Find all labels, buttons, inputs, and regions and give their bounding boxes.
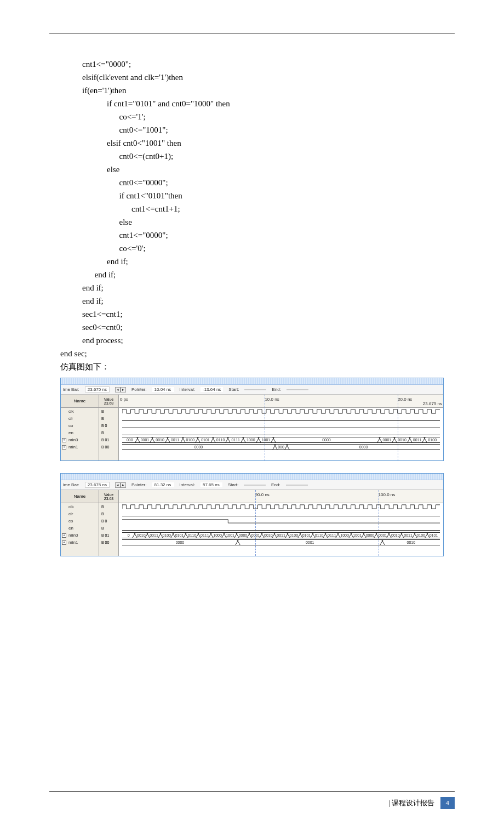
waveform-area[interactable]: 90.0 ns 100.0 ns 00010001101000101011001… bbox=[119, 490, 443, 556]
code-line: end if; bbox=[107, 257, 128, 266]
wave-row-en bbox=[119, 429, 443, 436]
time-ruler: 0 ps 10.0 ns 20.0 ns 23.675 ns bbox=[119, 395, 443, 408]
start-value[interactable] bbox=[244, 389, 266, 390]
pointer-value: 81.32 ns bbox=[152, 482, 174, 487]
code-line: sec1<=cnt1; bbox=[82, 310, 123, 318]
code-line: cnt1<=cnt1+1; bbox=[131, 204, 180, 213]
wave-row-clr bbox=[119, 415, 443, 422]
page-number: 4 bbox=[440, 797, 455, 809]
signal-name[interactable]: en bbox=[61, 429, 99, 436]
start-label: Start: bbox=[228, 482, 238, 487]
code-line: else bbox=[119, 218, 132, 226]
bus-value: 0010 bbox=[382, 539, 440, 545]
wave-row-clr bbox=[119, 510, 443, 517]
code-line: if cnt1<"0101"then bbox=[119, 191, 182, 200]
waveform-panel-2: ime Bar: 23.675 ns ◂▸ Pointer: 81.32 ns … bbox=[60, 473, 444, 556]
right-arrow-icon[interactable]: ▸ bbox=[121, 387, 126, 392]
start-label: Start: bbox=[228, 387, 239, 392]
timebar-value[interactable]: 23.675 ns bbox=[85, 386, 110, 392]
expand-icon[interactable]: + bbox=[62, 445, 66, 449]
waveform-toolbar: ime Bar: 23.675 ns ◂▸ Pointer: 10.04 ns … bbox=[61, 385, 443, 395]
left-arrow-icon[interactable]: ◂ bbox=[115, 482, 121, 488]
signal-name[interactable]: +min1 bbox=[61, 539, 99, 546]
signal-value: B 0 bbox=[99, 517, 118, 525]
bus-value: 0000 bbox=[122, 444, 275, 450]
name-header: Name bbox=[61, 395, 99, 408]
signal-value: B bbox=[99, 408, 118, 415]
end-value[interactable] bbox=[286, 485, 308, 486]
value-header: Value 23.68 bbox=[99, 395, 118, 408]
wave-row-clk bbox=[119, 503, 443, 510]
signal-name[interactable]: +min1 bbox=[61, 443, 99, 451]
code-line: cnt1<="0000"; bbox=[82, 60, 131, 69]
signal-name[interactable]: clk bbox=[61, 503, 99, 510]
signal-name[interactable]: co bbox=[61, 422, 99, 429]
wave-row-co bbox=[119, 422, 443, 429]
page-top-rule bbox=[49, 33, 455, 33]
right-arrow-icon[interactable]: ▸ bbox=[121, 482, 126, 488]
bus-value: 0100 bbox=[425, 437, 440, 443]
signal-values-column: Value 23.68 B B B 0 B B 01 B 00 bbox=[99, 395, 119, 460]
code-line: cnt1<="0000"; bbox=[119, 231, 168, 240]
signal-value: B bbox=[99, 525, 118, 532]
start-value[interactable] bbox=[244, 485, 266, 486]
signal-name[interactable]: clr bbox=[61, 510, 99, 517]
wave-row-clk bbox=[119, 408, 443, 415]
signal-name[interactable]: +min0 bbox=[61, 436, 99, 443]
signal-names-column: Name clk clr co en +min0 +min1 bbox=[61, 490, 99, 556]
signal-name[interactable]: +min0 bbox=[61, 532, 99, 539]
signal-name[interactable]: en bbox=[61, 525, 99, 532]
wave-row-min1: 000000010010 bbox=[119, 539, 443, 546]
signal-value: B bbox=[99, 415, 118, 422]
pointer-stepper[interactable]: ◂▸ bbox=[115, 482, 126, 488]
signal-value: B bbox=[99, 510, 118, 517]
pointer-value: 10.04 ns bbox=[152, 387, 174, 392]
expand-icon[interactable]: + bbox=[62, 533, 66, 538]
pointer-label: Pointer: bbox=[131, 387, 147, 392]
signal-value: B 01 bbox=[99, 532, 118, 539]
signal-value: B 01 bbox=[99, 436, 118, 443]
wave-row-en bbox=[119, 525, 443, 532]
page-footer: | 课程设计报告 4 bbox=[49, 791, 455, 809]
wave-row-min0: 0000001001000110100010101100111100010010… bbox=[119, 436, 443, 443]
bus-value: 0001 bbox=[238, 539, 382, 545]
wave-row-min0: 0001000110100010101100111100010010000000… bbox=[119, 532, 443, 539]
interval-label: Interval: bbox=[180, 387, 195, 392]
code-line: elsif cnt0<"1001" then bbox=[107, 139, 181, 147]
time-ruler: 90.0 ns 100.0 ns bbox=[119, 490, 443, 503]
signal-name[interactable]: clk bbox=[61, 408, 99, 415]
signal-names-column: Name clk clr co en +min0 +min1 bbox=[61, 395, 99, 460]
wave-row-co bbox=[119, 517, 443, 525]
code-line: if(en='1')then bbox=[82, 86, 127, 95]
signal-value: B bbox=[99, 429, 118, 436]
signal-value: B 00 bbox=[99, 443, 118, 451]
left-arrow-icon[interactable]: ◂ bbox=[115, 387, 121, 392]
signal-name[interactable]: clr bbox=[61, 415, 99, 422]
timebar-label: ime Bar: bbox=[63, 482, 79, 487]
signal-name[interactable]: co bbox=[61, 517, 99, 525]
end-value[interactable] bbox=[287, 389, 308, 390]
signal-value: B 0 bbox=[99, 422, 118, 429]
waveform-toolbar: ime Bar: 23.675 ns ◂▸ Pointer: 81.32 ns … bbox=[61, 480, 443, 490]
code-line: end process; bbox=[82, 336, 123, 345]
signal-value: B bbox=[99, 503, 118, 510]
panel-header-texture bbox=[61, 378, 443, 385]
panel-header-texture bbox=[61, 474, 443, 480]
bus-value: 0000 bbox=[287, 444, 440, 450]
timebar-value[interactable]: 23.675 ns bbox=[85, 482, 110, 488]
waveform-panel-1: ime Bar: 23.675 ns ◂▸ Pointer: 10.04 ns … bbox=[60, 378, 444, 461]
expand-icon[interactable]: + bbox=[62, 540, 66, 545]
waveform-area[interactable]: 0 ps 10.0 ns 20.0 ns 23.675 ns 000000100… bbox=[119, 395, 443, 460]
bus-value: 0000 bbox=[273, 437, 379, 443]
bus-value: 0101 bbox=[427, 532, 440, 538]
caption-text: 仿真图如下： bbox=[49, 360, 455, 373]
code-line: cnt0<="1001"; bbox=[119, 126, 168, 134]
code-line: end if; bbox=[82, 283, 104, 292]
expand-icon[interactable]: + bbox=[62, 438, 66, 442]
code-block: cnt1<="0000"; elsif(clk'event and clk='1… bbox=[49, 44, 455, 347]
pointer-stepper[interactable]: ◂▸ bbox=[115, 387, 126, 392]
code-line: else bbox=[107, 165, 119, 174]
code-line: elsif(clk'event and clk='1')then bbox=[82, 73, 183, 82]
interval-label: Interval: bbox=[180, 482, 195, 487]
code-line: end sec; bbox=[49, 347, 455, 360]
